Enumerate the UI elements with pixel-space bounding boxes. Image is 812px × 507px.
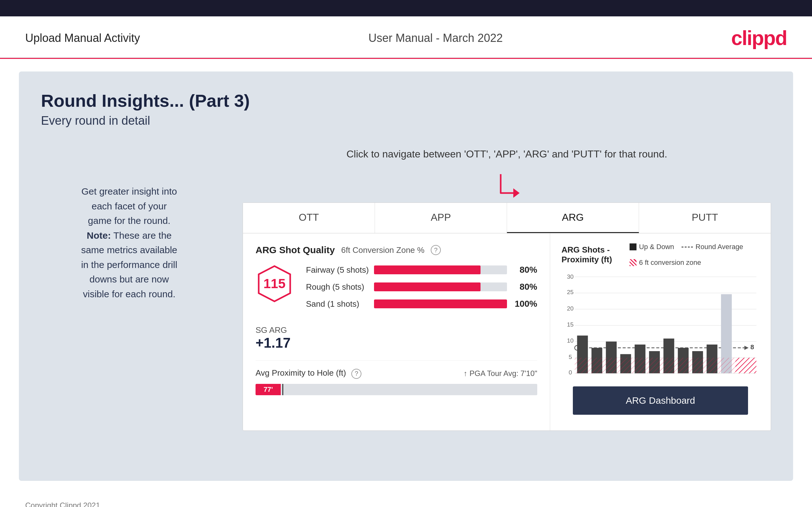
proximity-cursor — [282, 384, 283, 395]
hex-badge: 115 — [256, 265, 293, 303]
sg-label: SG ARG — [256, 325, 537, 335]
sg-section: SG ARG +1.17 — [256, 325, 537, 351]
bar-label-sand: Sand (1 shots) — [306, 299, 369, 309]
bar-pct-fairway: 80% — [512, 265, 537, 275]
tab-putt[interactable]: PUTT — [639, 203, 771, 233]
chart-header: ARG Shots - Proximity (ft) Up & Down Rou… — [561, 243, 759, 267]
footer: Copyright Clippd 2021 — [0, 494, 812, 507]
proximity-label: Avg Proximity to Hole (ft) ? — [256, 368, 361, 379]
arg-chart-svg: 0 5 10 15 20 25 30 — [561, 273, 759, 380]
hatched-zone — [735, 358, 757, 373]
chart-legend: Up & Down Round Average 6 ft conversion … — [629, 243, 759, 267]
dashboard-card: OTT APP ARG PUTT ARG Shot Quality 6ft Co… — [243, 203, 771, 431]
sub-label: 6ft Conversion Zone % — [341, 245, 424, 255]
arrow-container — [243, 168, 771, 206]
hex-badge-wrapper: 115 Fairway (5 shots) 80% — [256, 265, 537, 316]
tab-arg[interactable]: ARG — [507, 203, 639, 233]
bar-label-fairway: Fairway (5 shots) — [306, 265, 369, 275]
main-content: Round Insights... (Part 3) Every round i… — [19, 71, 793, 481]
svg-text:25: 25 — [567, 289, 573, 295]
note-label: Note: — [87, 230, 111, 240]
svg-text:5: 5 — [569, 354, 572, 360]
legend-conversion-label: 6 ft conversion zone — [639, 259, 701, 267]
legend-round-avg-label: Round Average — [696, 243, 743, 251]
legend-hatched-icon — [629, 259, 637, 266]
copyright: Copyright Clippd 2021 — [25, 501, 100, 507]
svg-text:20: 20 — [567, 305, 573, 312]
bar-track-sand — [374, 299, 507, 308]
svg-text:0: 0 — [569, 369, 572, 376]
svg-text:30: 30 — [567, 273, 573, 280]
sg-value: +1.17 — [256, 335, 537, 351]
svg-text:8: 8 — [750, 343, 754, 350]
dashboard-body: ARG Shot Quality 6ft Conversion Zone % ?… — [243, 233, 771, 431]
tab-ott[interactable]: OTT — [243, 203, 375, 233]
legend-dashed-icon — [681, 246, 693, 247]
help-icon[interactable]: ? — [431, 245, 441, 255]
annotation-area: Click to navigate between 'OTT', 'APP', … — [243, 147, 771, 431]
bar-row-sand: Sand (1 shots) 100% — [306, 299, 537, 309]
chart-panel: ARG Shots - Proximity (ft) Up & Down Rou… — [550, 233, 771, 431]
legend-round-avg: Round Average — [681, 243, 743, 251]
bar-track-rough — [374, 282, 507, 291]
proximity-bar-track: 77' — [256, 384, 537, 395]
upload-manual-label: Upload Manual Activity — [25, 32, 140, 45]
clippd-logo: clippd — [731, 26, 787, 50]
svg-marker-18 — [744, 346, 748, 350]
legend-conversion-zone: 6 ft conversion zone — [629, 259, 701, 267]
svg-marker-0 — [513, 188, 520, 198]
chart-area: 0 5 10 15 20 25 30 — [561, 273, 759, 380]
arg-dashboard-button[interactable]: ARG Dashboard — [573, 386, 748, 415]
section-label: ARG Shot Quality — [256, 245, 335, 256]
bar-fill-sand — [374, 299, 507, 308]
user-manual-label: User Manual - March 2022 — [368, 32, 503, 45]
left-panel: Get greater insight intoeach facet of yo… — [41, 147, 217, 301]
svg-text:15: 15 — [567, 321, 573, 328]
argsq-panel: ARG Shot Quality 6ft Conversion Zone % ?… — [243, 233, 550, 431]
pga-avg: ↑ PGA Tour Avg: 7'10" — [463, 369, 537, 378]
bar-label-rough: Rough (5 shots) — [306, 282, 369, 292]
bar-row-fairway: Fairway (5 shots) 80% — [306, 265, 537, 275]
proximity-help-icon[interactable]: ? — [351, 369, 361, 379]
legend-square-icon — [629, 243, 637, 250]
shot-bars: Fairway (5 shots) 80% Rough (5 shots) — [306, 265, 537, 316]
legend-updown-label: Up & Down — [639, 243, 674, 251]
hatched-zone-full — [575, 358, 735, 373]
accent-line — [0, 58, 812, 59]
tabs-row: OTT APP ARG PUTT — [243, 203, 771, 233]
proximity-bar-fill: 77' — [256, 384, 281, 395]
annotation-callout: Click to navigate between 'OTT', 'APP', … — [243, 147, 771, 162]
insight-text: Get greater insight intoeach facet of yo… — [41, 184, 217, 301]
page-subtitle: Every round in detail — [41, 114, 771, 127]
bar-pct-rough: 80% — [512, 282, 537, 292]
proximity-header: Avg Proximity to Hole (ft) ? ↑ PGA Tour … — [256, 368, 537, 379]
bar-row-rough: Rough (5 shots) 80% — [306, 282, 537, 292]
top-bar — [0, 0, 812, 16]
content-layout: Get greater insight intoeach facet of yo… — [41, 147, 771, 431]
navigation-arrow — [488, 168, 526, 206]
chart-title: ARG Shots - Proximity (ft) — [561, 245, 629, 265]
svg-text:10: 10 — [567, 337, 573, 344]
proximity-section: Avg Proximity to Hole (ft) ? ↑ PGA Tour … — [256, 360, 537, 395]
bar-pct-sand: 100% — [512, 299, 537, 309]
argsq-header: ARG Shot Quality 6ft Conversion Zone % ? — [256, 245, 537, 256]
header: Upload Manual Activity User Manual - Mar… — [0, 16, 812, 58]
bar-fill-rough — [374, 282, 480, 291]
tab-app[interactable]: APP — [375, 203, 507, 233]
hex-number: 115 — [263, 276, 286, 291]
page-title: Round Insights... (Part 3) — [41, 91, 771, 111]
bar-fill-fairway — [374, 266, 480, 274]
proximity-value: 77' — [263, 385, 273, 394]
bar-track-fairway — [374, 266, 507, 274]
legend-updown: Up & Down — [629, 243, 674, 251]
